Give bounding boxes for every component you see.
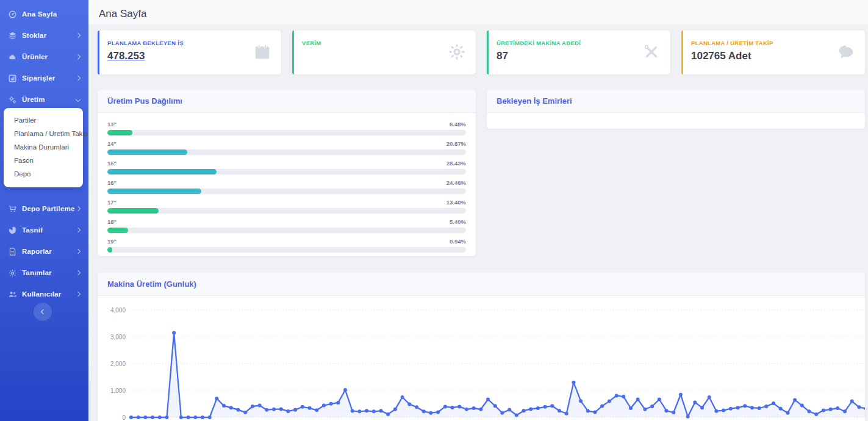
calendar-icon	[253, 43, 271, 63]
layers-icon	[8, 31, 16, 40]
sidebar-item-label: Depo Partileme	[22, 205, 75, 212]
bar-category-label: 15"	[107, 160, 117, 167]
sidebar-item-uretim[interactable]: Üretim	[0, 90, 88, 109]
settings-icon	[8, 268, 16, 277]
chevron-right-icon	[76, 206, 81, 211]
panel-header: Üretim Pus Dağılımı	[98, 90, 476, 113]
card-label: VERİM	[302, 40, 467, 46]
card-label: ÜRETİMDEKİ MAKİNA ADEDİ	[497, 40, 662, 46]
chevron-right-icon	[76, 292, 81, 297]
orders-icon	[8, 74, 16, 82]
sidebar-collapse-button[interactable]	[34, 303, 52, 321]
svg-text:0: 0	[122, 414, 126, 421]
bar-track	[107, 149, 466, 155]
sidebar-item-siparisler[interactable]: Siparişler	[0, 69, 88, 87]
sidebar-item-tanimlar[interactable]: Tanımlar	[0, 264, 88, 282]
card-verim: VERİM	[292, 31, 476, 74]
line-chart-svg: 01,0002,0003,0004,000	[98, 296, 865, 421]
panel-uretim-pus-dagilimi: Üretim Pus Dağılımı 13"6.48%14"20.87%15"…	[98, 90, 476, 256]
chevron-right-icon	[76, 54, 81, 59]
bar-fill	[107, 149, 187, 155]
bar-value-label: 0.94%	[450, 238, 466, 245]
bar-row: 14"20.87%	[107, 140, 466, 155]
submenu-item-depo[interactable]: Depo	[4, 167, 83, 181]
card-uretimdeki-makina-adedi: ÜRETİMDEKİ MAKİNA ADEDİ 87	[487, 31, 670, 74]
report-icon	[8, 247, 16, 256]
bar-row: 18"5.40%	[107, 218, 466, 233]
bar-track	[107, 130, 466, 135]
sidebar-item-label: Üretim	[22, 96, 45, 103]
bar-category-label: 14"	[107, 140, 117, 147]
bar-category-label: 16"	[107, 179, 117, 186]
svg-text:4,000: 4,000	[110, 307, 126, 314]
bar-row: 19"0.94%	[107, 238, 466, 253]
sidebar-item-stoklar[interactable]: Stoklar	[0, 26, 88, 45]
bar-fill	[107, 130, 132, 135]
pie-icon	[8, 226, 16, 234]
bar-row: 17"13.40%	[107, 199, 466, 214]
chevron-right-icon	[76, 249, 81, 254]
tools-icon	[642, 43, 661, 63]
submenu-item-fason[interactable]: Fason	[4, 154, 83, 167]
gear-icon	[448, 43, 466, 63]
card-label: PLANLAMA BEKLEYEN İŞ	[107, 40, 273, 46]
card-value: 87	[497, 50, 662, 62]
makina-line-chart: 01,0002,0003,0004,000	[98, 296, 865, 421]
submenu-item-planlama-uretim-takip[interactable]: Planlama / Uretim Takip	[4, 127, 83, 140]
panel-title: Makina Üretim (Gunluk)	[107, 279, 196, 289]
card-label: PLANLAMA / URETİM TAKİP	[691, 40, 856, 46]
bar-fill	[107, 228, 128, 233]
bar-category-label: 18"	[107, 218, 117, 225]
chevron-down-icon	[76, 97, 81, 102]
svg-text:1,000: 1,000	[110, 387, 126, 394]
stat-cards-row: PLANLAMA BEKLEYEN İŞ 478.253 VERİM ÜRETİ…	[98, 31, 865, 74]
bar-fill	[107, 247, 112, 253]
chevron-right-icon	[76, 270, 81, 275]
sidebar-item-label: Stoklar	[22, 32, 46, 39]
pus-bar-chart: 13"6.48%14"20.87%15"28.43%16"24.46%17"13…	[98, 113, 476, 253]
sidebar-item-kullanicilar[interactable]: Kullanıcılar	[0, 285, 88, 303]
panel-title: Üretim Pus Dağılımı	[107, 96, 182, 106]
chevron-right-icon	[76, 33, 81, 38]
bar-row: 15"28.43%	[107, 160, 466, 175]
production-icon	[8, 95, 16, 104]
bar-category-label: 19"	[107, 238, 117, 245]
card-planlama-bekleyen-is: PLANLAMA BEKLEYEN İŞ 478.253	[98, 31, 281, 74]
sidebar-item-ana-sayfa[interactable]: Ana Sayfa	[0, 5, 88, 23]
panel-bekleyen-is-emirleri: Bekleyen İş Emirleri	[487, 90, 865, 129]
bar-value-label: 6.48%	[450, 121, 466, 128]
svg-text:3,000: 3,000	[110, 334, 126, 340]
chevron-right-icon	[76, 76, 81, 81]
bar-track	[107, 247, 466, 253]
bar-track	[107, 208, 466, 214]
submenu-item-partiler[interactable]: Partiler	[4, 113, 83, 127]
card-planlama-uretim-takip: PLANLAMA / URETİM TAKİP 102765 Adet	[681, 31, 865, 74]
bar-value-label: 20.87%	[447, 140, 466, 147]
sidebar-item-label: Ürünler	[22, 53, 48, 60]
sidebar-item-raporlar[interactable]: Raporlar	[0, 242, 88, 261]
chevron-right-icon	[76, 228, 81, 232]
sidebar-item-depo-partileme[interactable]: Depo Partileme	[0, 200, 88, 218]
pallet-icon	[8, 204, 16, 213]
sidebar-item-label: Tanımlar	[22, 269, 52, 276]
sidebar-item-urunler[interactable]: Ürünler	[0, 48, 88, 66]
bar-row: 13"6.48%	[107, 121, 466, 135]
bar-value-label: 24.46%	[447, 179, 466, 186]
cloud-icon	[8, 52, 16, 61]
panel-makina-uretim-gunluk: Makina Üretim (Gunluk) 01,0002,0003,0004…	[98, 273, 865, 421]
bar-fill	[107, 208, 159, 214]
card-value-link[interactable]: 478.253	[107, 50, 273, 62]
submenu-item-makina-durumlari[interactable]: Makina Durumlari	[4, 140, 83, 154]
sidebar-item-label: Siparişler	[22, 74, 55, 82]
sidebar-item-label: Ana Sayfa	[22, 10, 57, 18]
panel-title: Bekleyen İş Emirleri	[497, 96, 572, 106]
bar-value-label: 5.40%	[450, 218, 466, 225]
dashboard-icon	[8, 10, 16, 18]
sidebar: Ana Sayfa Stoklar Ürünler Siparişler Üre…	[0, 0, 88, 421]
sidebar-item-tasnif[interactable]: Tasnif	[0, 221, 88, 239]
panel-header: Makina Üretim (Gunluk)	[98, 273, 865, 296]
chevron-left-icon	[41, 309, 46, 314]
main-content: Ana Sayfa PLANLAMA BEKLEYEN İŞ 478.253 V…	[88, 0, 868, 421]
svg-text:2,000: 2,000	[110, 361, 126, 367]
uretim-submenu: Partiler Planlama / Uretim Takip Makina …	[4, 108, 83, 187]
